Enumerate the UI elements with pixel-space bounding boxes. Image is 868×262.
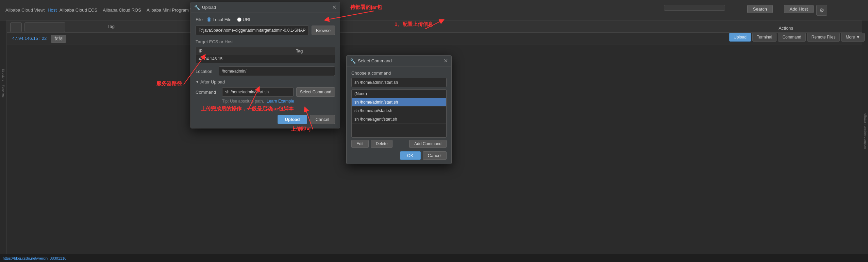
sidebar-icon-structure[interactable]: Structure <box>1 68 6 82</box>
upload-dialog-titlebar: 🔧 Upload ✕ <box>191 2 340 13</box>
sc-list: (None) sh /home/admin/start.sh sh /home/… <box>351 89 447 138</box>
select-command-button[interactable]: Select Command <box>296 87 335 97</box>
remote-files-action-button[interactable]: Remote Files <box>807 33 840 42</box>
url-label: URL <box>243 17 252 22</box>
right-sidebar-text: Alibaba Function Compute <box>864 113 867 149</box>
host-link[interactable]: Host <box>48 7 57 13</box>
file-type-row: File Local File URL <box>196 17 335 22</box>
location-input[interactable] <box>219 66 335 76</box>
add-host-button[interactable]: Add Host <box>784 5 814 13</box>
sc-list-empty <box>352 124 446 137</box>
upload-dialog-close[interactable]: ✕ <box>332 5 336 10</box>
upload-dialog-title: Upload <box>202 5 332 10</box>
local-file-label: Local File <box>213 17 232 22</box>
left-sidebar: Structure Favorites <box>0 0 7 262</box>
ip-cell: 47.94.146.15 : 22 复制 <box>12 35 107 43</box>
sc-list-item-agent[interactable]: sh /home/agent/start.sh <box>352 115 446 124</box>
actions-bar: Upload Terminal Command Remote Files Mor… <box>729 33 865 42</box>
location-row: Location <box>196 66 335 76</box>
sc-body: Choose a command (None) sh /home/admin/s… <box>347 66 451 164</box>
status-url[interactable]: https://blog.csdn.net/weixin_38301116 <box>3 256 66 260</box>
filter-area <box>10 22 65 32</box>
ip-value: 47.94.146.15 : 22 <box>12 36 47 41</box>
top-nav: Alibaba Cloud View: Host Alibaba Cloud E… <box>0 0 868 20</box>
url-radio[interactable] <box>237 17 241 22</box>
sc-list-item-none[interactable]: (None) <box>352 90 446 98</box>
sc-ok-button[interactable]: OK <box>400 151 421 160</box>
target-tag-cell <box>293 55 335 63</box>
file-path-input[interactable] <box>196 26 309 35</box>
sc-list-item-admin[interactable]: sh /home/admin/start.sh <box>352 98 446 107</box>
target-tag-header: Tag <box>293 47 335 55</box>
after-upload-label: After Upload <box>200 79 225 84</box>
search-input-area <box>664 5 725 11</box>
sc-choose-label: Choose a command <box>351 71 447 76</box>
file-label: File <box>196 17 203 22</box>
nav-ros[interactable]: Alibaba Cloud ROS <box>103 7 141 13</box>
gear-button[interactable]: ⚙ <box>816 5 827 16</box>
table-header: IP Tag <box>7 20 862 33</box>
target-ip-cell: 47.94.146.15 <box>196 55 293 63</box>
upload-dialog: 🔧 Upload ✕ File Local File URL Browse <box>190 2 340 128</box>
sc-list-item-api[interactable]: sh /home/api/start.sh <box>352 107 446 115</box>
actions-label: Actions <box>779 26 793 31</box>
terminal-action-button[interactable]: Terminal <box>752 33 777 42</box>
search-button[interactable]: Search <box>747 5 773 13</box>
sc-add-command-button[interactable]: Add Command <box>409 140 447 148</box>
upload-dialog-footer: Upload Cancel <box>191 112 340 128</box>
triangle-icon: ▼ <box>196 80 199 84</box>
sc-cancel-button[interactable]: Cancel <box>423 151 447 160</box>
upload-dialog-body: File Local File URL Browse Target ECS or… <box>191 13 340 112</box>
location-label: Location <box>196 69 216 74</box>
command-action-button[interactable]: Command <box>778 33 805 42</box>
target-table: IP Tag 47.94.146.15 <box>196 47 335 63</box>
sidebar-icon-favorites[interactable]: Favorites <box>1 84 6 98</box>
target-section-title: Target ECS or Host <box>196 39 335 44</box>
sc-ok-cancel: OK Cancel <box>351 151 447 160</box>
upload-cancel-button[interactable]: Cancel <box>310 115 335 124</box>
command-label: Command <box>196 90 219 95</box>
more-action-button[interactable]: More ▼ <box>841 33 865 42</box>
after-upload-toggle[interactable]: ▼ After Upload <box>196 79 335 84</box>
upload-confirm-button[interactable]: Upload <box>278 115 307 124</box>
target-table-row: 47.94.146.15 <box>196 55 335 63</box>
status-bar: https://blog.csdn.net/weixin_38301116 <box>0 254 868 262</box>
sc-titlebar: 🔧 Select Command ✕ <box>347 56 451 66</box>
host-search-input[interactable] <box>664 5 725 11</box>
local-file-radio[interactable] <box>207 17 211 22</box>
command-row: Command Select Command <box>196 87 335 97</box>
url-radio-label[interactable]: URL <box>237 17 252 22</box>
after-upload-section: ▼ After Upload Command Select Command Ti… <box>196 79 335 104</box>
file-path-row: Browse <box>196 26 335 35</box>
tip-text: Tip: Use absolute path. <box>222 99 264 104</box>
upload-dialog-icon: 🔧 <box>194 5 200 10</box>
command-input[interactable] <box>222 87 294 97</box>
select-command-dialog: 🔧 Select Command ✕ Choose a command (Non… <box>346 55 452 164</box>
brand-label: Alibaba Cloud View: <box>5 7 45 13</box>
browse-button[interactable]: Browse <box>312 26 335 35</box>
sc-dialog-icon: 🔧 <box>350 58 356 64</box>
sc-dialog-title: Select Command <box>358 58 444 63</box>
sc-edit-button[interactable]: Edit <box>351 140 369 148</box>
upload-action-button[interactable]: Upload <box>729 33 751 42</box>
copy-button[interactable]: 复制 <box>51 35 66 43</box>
sc-close-button[interactable]: ✕ <box>444 58 448 64</box>
filter-input[interactable] <box>24 22 65 32</box>
sc-footer-buttons: Edit Delete Add Command <box>351 140 447 148</box>
filter-dropdown[interactable] <box>10 22 22 32</box>
sc-current-input[interactable] <box>351 78 447 87</box>
learn-example-link[interactable]: Learn Example <box>267 99 294 104</box>
tip-row: Tip: Use absolute path. Learn Example <box>196 99 335 104</box>
local-file-radio-label[interactable]: Local File <box>207 17 232 22</box>
nav-ecs[interactable]: Alibaba Cloud ECS <box>60 7 97 13</box>
file-type-radio-group: Local File URL <box>207 17 252 22</box>
target-ip-header: IP <box>196 47 293 55</box>
sc-delete-button[interactable]: Delete <box>371 140 393 148</box>
